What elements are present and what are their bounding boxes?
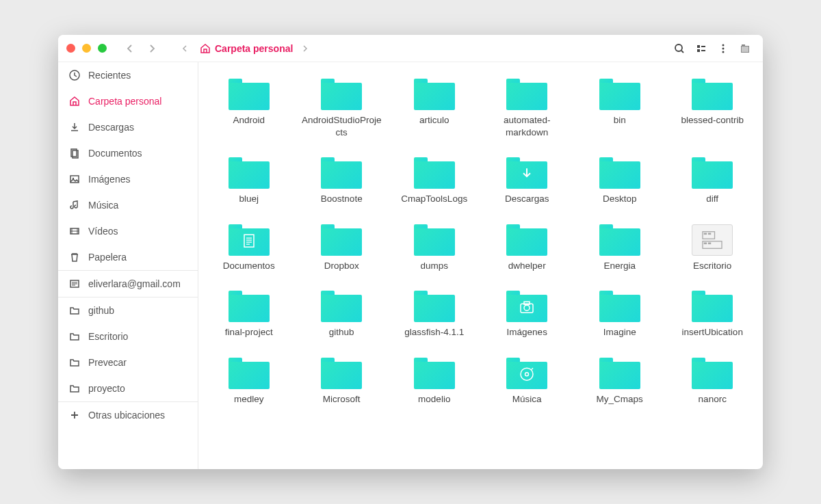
file-item[interactable]: Escritorio: [668, 219, 758, 283]
documents-icon: [69, 148, 80, 159]
file-label: blessed-contrib: [681, 114, 744, 127]
folder-icon: [414, 358, 455, 389]
file-item[interactable]: Energia: [575, 219, 665, 283]
folder-icon: [599, 358, 640, 389]
sidebar-item[interactable]: github: [58, 297, 198, 323]
file-item[interactable]: dwhelper: [482, 219, 573, 283]
sidebar-item[interactable]: Prevecar: [58, 349, 198, 375]
file-item[interactable]: glassfish-4.1.1: [389, 285, 480, 349]
file-item[interactable]: medley: [204, 352, 294, 416]
sidebar-item[interactable]: Descargas: [58, 114, 198, 140]
folder-icon: [321, 79, 362, 110]
folder-icon: [599, 224, 640, 256]
folder-icon: [414, 224, 455, 256]
sidebar-item-label: Otras ubicaciones: [88, 410, 165, 421]
file-item[interactable]: My_Cmaps: [575, 352, 665, 416]
file-item[interactable]: AndroidStudioProjects: [297, 73, 387, 149]
home-icon: [200, 43, 211, 54]
folder-icon: [506, 224, 547, 256]
file-item[interactable]: nanorc: [668, 352, 758, 416]
plus-icon: [69, 410, 80, 421]
file-label: Escritorio: [693, 260, 731, 272]
sidebar-item[interactable]: Papelera: [58, 244, 198, 270]
folder-icon: [692, 358, 733, 389]
folder-icon: [69, 357, 80, 368]
sidebar-item[interactable]: proyecto: [58, 375, 198, 401]
sidebar-item[interactable]: Imágenes: [58, 166, 198, 192]
file-item[interactable]: Boostnote: [297, 152, 387, 216]
trash-icon: [69, 252, 80, 263]
folder-icon: [229, 79, 270, 110]
sidebar-item[interactable]: Otras ubicaciones: [58, 402, 198, 428]
file-label: Música: [512, 393, 542, 406]
sidebar-item-label: Descargas: [88, 122, 134, 133]
file-grid: AndroidAndroidStudioProjectsarticuloauto…: [204, 73, 757, 416]
sidebar-item-label: Escritorio: [88, 331, 128, 342]
file-item[interactable]: dumps: [389, 219, 480, 283]
sidebar-item-label: Carpeta personal: [88, 96, 161, 107]
file-label: final-project: [225, 326, 273, 339]
file-item[interactable]: modelio: [389, 352, 480, 416]
forward-button[interactable]: [142, 39, 161, 58]
folder-icon: [506, 291, 547, 322]
path-next-button[interactable]: [296, 39, 315, 58]
file-item[interactable]: github: [297, 285, 387, 349]
close-button[interactable]: [66, 44, 75, 53]
file-item[interactable]: Documentos: [204, 219, 294, 283]
file-item[interactable]: Música: [482, 352, 573, 416]
file-item[interactable]: Desktop: [575, 152, 665, 216]
minimize-button[interactable]: [82, 44, 91, 53]
file-item[interactable]: Descargas: [482, 152, 573, 216]
file-item[interactable]: Imagine: [575, 285, 665, 349]
sidebar-item[interactable]: Documentos: [58, 140, 198, 166]
file-item[interactable]: Imágenes: [482, 285, 573, 349]
file-item[interactable]: insertUbication: [668, 285, 758, 349]
sidebar-item[interactable]: Música: [58, 192, 198, 218]
file-item[interactable]: Microsoft: [297, 352, 387, 416]
folder-icon: [229, 291, 270, 322]
video-icon: [69, 226, 80, 237]
sidebar-item[interactable]: Carpeta personal: [58, 88, 198, 114]
maximize-button[interactable]: [98, 44, 107, 53]
folder-icon: [599, 157, 640, 189]
desktop-icon: [692, 224, 733, 256]
file-item[interactable]: Android: [204, 73, 294, 149]
folder-icon: [692, 79, 733, 110]
breadcrumb[interactable]: Carpeta personal: [200, 43, 293, 54]
sidebar-item-label: eliverlara@gmail.com: [88, 278, 181, 289]
file-item[interactable]: bin: [575, 73, 665, 149]
sidebar-item[interactable]: Recientes: [58, 62, 198, 88]
back-button[interactable]: [120, 39, 140, 58]
image-icon: [69, 174, 80, 185]
file-item[interactable]: Dropbox: [297, 219, 387, 283]
file-item[interactable]: final-project: [204, 285, 294, 349]
sidebar-item[interactable]: eliverlara@gmail.com: [58, 271, 198, 297]
sidebar-item-label: Documentos: [88, 148, 142, 159]
file-label: glassfish-4.1.1: [404, 326, 464, 339]
file-label: nanorc: [699, 393, 727, 406]
file-item[interactable]: automated-markdown: [482, 73, 573, 149]
sidebar: RecientesCarpeta personalDescargasDocume…: [58, 62, 198, 469]
file-item[interactable]: diff: [668, 152, 758, 216]
account-icon: [69, 278, 80, 289]
folder-icon: [69, 331, 80, 342]
sidebar-item[interactable]: Vídeos: [58, 218, 198, 244]
file-item[interactable]: bluej: [204, 152, 294, 216]
file-item[interactable]: blessed-contrib: [668, 73, 758, 149]
view-list-button[interactable]: [692, 39, 711, 58]
file-label: medley: [234, 393, 264, 406]
sidebar-item-label: Vídeos: [88, 226, 118, 237]
folder-icon: [321, 224, 362, 256]
path-prev-button[interactable]: [175, 39, 194, 58]
search-button[interactable]: [670, 39, 689, 58]
folder-icon: [229, 224, 270, 256]
file-item[interactable]: CmapToolsLogs: [389, 152, 480, 216]
files-app-icon: [735, 39, 755, 58]
content-area[interactable]: AndroidAndroidStudioProjectsarticuloauto…: [198, 62, 763, 469]
menu-button[interactable]: [714, 39, 733, 58]
file-label: AndroidStudioProjects: [300, 114, 382, 138]
sidebar-item[interactable]: Escritorio: [58, 323, 198, 349]
folder-icon: [414, 157, 455, 189]
folder-icon: [692, 291, 733, 322]
file-item[interactable]: articulo: [389, 73, 480, 149]
